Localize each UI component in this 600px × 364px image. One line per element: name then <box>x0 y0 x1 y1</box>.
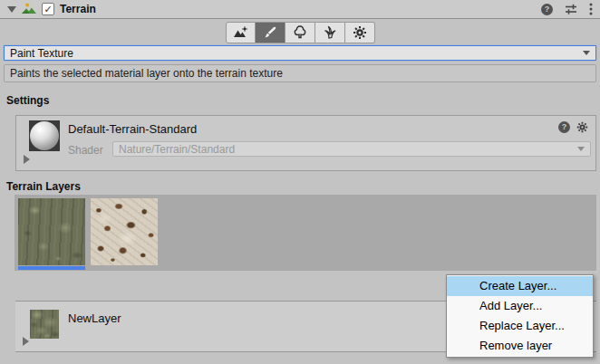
gear-icon[interactable] <box>576 121 588 133</box>
rock-texture-thumbnail[interactable] <box>91 198 158 265</box>
layer-context-menu: Create Layer... Add Layer... Replace Lay… <box>446 274 594 358</box>
inspector-header: ✓ Terrain ? <box>0 0 600 19</box>
material-sphere-preview <box>30 121 59 150</box>
terrain-layers-section-label: Terrain Layers <box>6 180 600 193</box>
component-enabled-checkbox[interactable]: ✓ <box>42 3 54 15</box>
grass-details-icon <box>323 25 337 40</box>
shader-dropdown-value: Nature/Terrain/Standard <box>119 143 235 156</box>
paint-tool-dropdown-value: Paint Texture <box>10 47 73 60</box>
create-neighbor-terrains-button[interactable] <box>226 22 256 43</box>
help-icon[interactable]: ? <box>541 4 553 15</box>
grass-texture-thumbnail[interactable] <box>18 198 85 265</box>
tool-description-text: Paints the selected material layer onto … <box>10 67 283 80</box>
mountain-plus-icon <box>233 25 248 40</box>
material-preview-thumbnail[interactable] <box>29 120 60 151</box>
tree-icon <box>293 25 307 40</box>
tool-description-helpbox: Paints the selected material layer onto … <box>4 64 596 82</box>
settings-section-label: Settings <box>6 94 600 107</box>
presets-icon[interactable] <box>565 3 577 15</box>
selected-layer-indicator <box>18 266 85 270</box>
new-layer-foldout-icon[interactable] <box>23 337 29 346</box>
menu-item-remove-layer[interactable]: Remove layer <box>447 336 593 356</box>
paint-details-button[interactable] <box>315 22 345 43</box>
shader-dropdown[interactable]: Nature/Terrain/Standard <box>112 141 591 157</box>
menu-item-add-layer[interactable]: Add Layer... <box>447 296 593 316</box>
paint-brush-icon <box>263 25 277 40</box>
material-name: Default-Terrain-Standard <box>68 122 197 136</box>
chevron-down-icon <box>583 51 590 55</box>
new-layer-name: NewLayer <box>68 311 121 325</box>
terrain-layer-grass[interactable] <box>18 198 85 271</box>
terrain-component-icon <box>22 2 36 16</box>
gear-icon <box>353 25 367 40</box>
terrain-layers-palette[interactable] <box>15 195 596 271</box>
component-title: Terrain <box>60 3 96 15</box>
terrain-toolbar <box>0 19 600 43</box>
new-layer-thumbnail[interactable] <box>30 310 59 339</box>
paint-tool-dropdown[interactable]: Paint Texture <box>4 45 596 61</box>
menu-item-replace-layer[interactable]: Replace Layer... <box>447 316 593 336</box>
kebab-menu-icon[interactable] <box>589 3 593 15</box>
paint-terrain-button[interactable] <box>256 22 285 43</box>
foldout-expanded-icon[interactable] <box>7 6 16 13</box>
chevron-down-icon <box>577 147 585 151</box>
material-foldout-icon[interactable] <box>24 155 30 164</box>
terrain-settings-button[interactable] <box>345 22 375 43</box>
help-icon[interactable]: ? <box>558 121 570 133</box>
shader-label: Shader <box>68 144 103 157</box>
terrain-material-box[interactable]: Default-Terrain-Standard ? Shader Nature… <box>15 115 596 171</box>
paint-trees-button[interactable] <box>285 22 315 43</box>
terrain-layer-rock[interactable] <box>91 198 158 271</box>
menu-item-create-layer[interactable]: Create Layer... <box>447 276 593 296</box>
